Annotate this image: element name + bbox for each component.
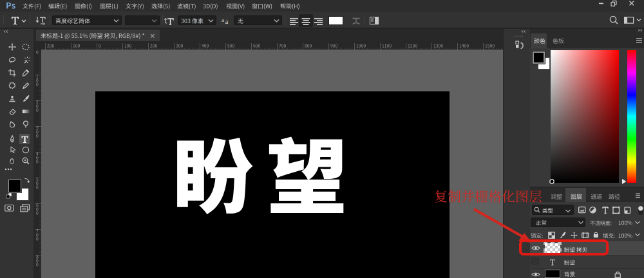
svg-text:a: a: [225, 17, 229, 24]
svg-text:a: a: [222, 17, 224, 23]
